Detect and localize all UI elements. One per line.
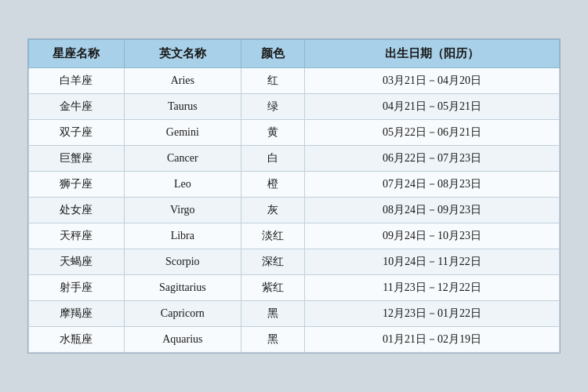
cell-chinese: 水瓶座 [29, 327, 125, 353]
cell-chinese: 处女座 [29, 198, 125, 223]
cell-color: 紫红 [241, 275, 304, 301]
cell-color: 橙 [241, 172, 304, 198]
cell-color: 黑 [241, 327, 304, 353]
cell-english: Leo [124, 172, 241, 198]
cell-chinese: 狮子座 [29, 172, 125, 198]
header-date: 出生日期（阳历） [305, 40, 560, 68]
cell-english: Virgo [124, 198, 241, 223]
cell-date: 03月21日－04月20日 [305, 68, 560, 94]
table-row: 处女座Virgo灰08月24日－09月23日 [29, 198, 560, 223]
cell-color: 绿 [241, 94, 304, 120]
table-row: 狮子座Leo橙07月24日－08月23日 [29, 172, 560, 198]
cell-chinese: 天蝎座 [29, 249, 125, 275]
cell-color: 红 [241, 68, 304, 94]
cell-chinese: 摩羯座 [29, 301, 125, 327]
table-row: 水瓶座Aquarius黑01月21日－02月19日 [29, 327, 560, 353]
cell-color: 黑 [241, 301, 304, 327]
cell-english: Scorpio [124, 249, 241, 275]
cell-color: 灰 [241, 198, 304, 223]
table-row: 摩羯座Capricorn黑12月23日－01月22日 [29, 301, 560, 327]
header-english: 英文名称 [124, 40, 241, 68]
cell-english: Capricorn [124, 301, 241, 327]
cell-english: Cancer [124, 146, 241, 172]
table-row: 白羊座Aries红03月21日－04月20日 [29, 68, 560, 94]
cell-english: Sagittarius [124, 275, 241, 301]
cell-english: Gemini [124, 120, 241, 146]
table-header-row: 星座名称 英文名称 颜色 出生日期（阳历） [29, 40, 560, 68]
cell-date: 04月21日－05月21日 [305, 94, 560, 120]
table-row: 金牛座Taurus绿04月21日－05月21日 [29, 94, 560, 120]
table-row: 双子座Gemini黄05月22日－06月21日 [29, 120, 560, 146]
cell-date: 07月24日－08月23日 [305, 172, 560, 198]
cell-chinese: 天秤座 [29, 223, 125, 249]
table-body: 白羊座Aries红03月21日－04月20日金牛座Taurus绿04月21日－0… [29, 68, 560, 353]
zodiac-table: 星座名称 英文名称 颜色 出生日期（阳历） 白羊座Aries红03月21日－04… [28, 39, 560, 353]
cell-date: 11月23日－12月22日 [305, 275, 560, 301]
cell-date: 01月21日－02月19日 [305, 327, 560, 353]
cell-english: Aries [124, 68, 241, 94]
cell-color: 黄 [241, 120, 304, 146]
table-row: 射手座Sagittarius紫红11月23日－12月22日 [29, 275, 560, 301]
cell-english: Aquarius [124, 327, 241, 353]
table-row: 天蝎座Scorpio深红10月24日－11月22日 [29, 249, 560, 275]
cell-chinese: 巨蟹座 [29, 146, 125, 172]
cell-date: 06月22日－07月23日 [305, 146, 560, 172]
cell-date: 05月22日－06月21日 [305, 120, 560, 146]
cell-chinese: 白羊座 [29, 68, 125, 94]
cell-date: 08月24日－09月23日 [305, 198, 560, 223]
cell-date: 12月23日－01月22日 [305, 301, 560, 327]
cell-english: Libra [124, 223, 241, 249]
cell-color: 深红 [241, 249, 304, 275]
cell-chinese: 金牛座 [29, 94, 125, 120]
table-row: 巨蟹座Cancer白06月22日－07月23日 [29, 146, 560, 172]
cell-english: Taurus [124, 94, 241, 120]
cell-date: 09月24日－10月23日 [305, 223, 560, 249]
cell-date: 10月24日－11月22日 [305, 249, 560, 275]
cell-chinese: 射手座 [29, 275, 125, 301]
cell-color: 淡红 [241, 223, 304, 249]
cell-color: 白 [241, 146, 304, 172]
zodiac-table-container: 星座名称 英文名称 颜色 出生日期（阳历） 白羊座Aries红03月21日－04… [27, 38, 561, 354]
header-color: 颜色 [241, 40, 304, 68]
header-chinese: 星座名称 [29, 40, 125, 68]
cell-chinese: 双子座 [29, 120, 125, 146]
table-row: 天秤座Libra淡红09月24日－10月23日 [29, 223, 560, 249]
